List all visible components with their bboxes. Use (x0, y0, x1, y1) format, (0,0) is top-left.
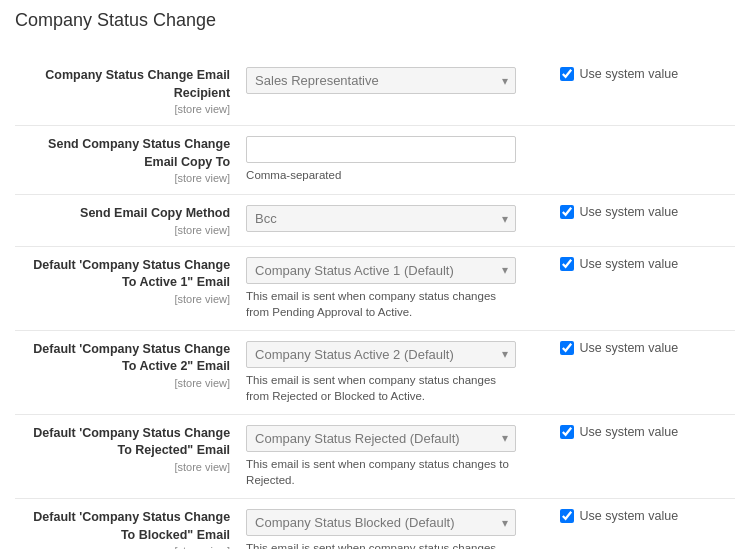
field-scope-rejected-email: [store view] (23, 461, 230, 473)
table-row: Default 'Company Status Change To Blocke… (15, 499, 735, 549)
helper-text-rejected-email: This email is sent when company status c… (246, 456, 516, 488)
field-scope-active-2-email: [store view] (23, 377, 230, 389)
select-wrapper-copy-method: BccSeparate Email (246, 205, 516, 232)
select-rejected-email[interactable]: Company Status Rejected (Default) (246, 425, 516, 452)
field-label-active-2-email: Default 'Company Status Change To Active… (23, 341, 230, 376)
select-active-2-email[interactable]: Company Status Active 2 (Default) (246, 341, 516, 368)
table-row: Send Email Copy Method [store view] BccS… (15, 195, 735, 247)
select-wrapper-active-1-email: Company Status Active 1 (Default) (246, 257, 516, 284)
system-value-checkbox-active-1-email[interactable] (560, 257, 574, 271)
system-value-label-rejected-email: Use system value (560, 425, 727, 439)
field-label-copy-method: Send Email Copy Method (23, 205, 230, 223)
system-value-checkbox-blocked-email[interactable] (560, 509, 574, 523)
system-value-label-active-2-email: Use system value (560, 341, 727, 355)
select-wrapper-rejected-email: Company Status Rejected (Default) (246, 425, 516, 452)
select-wrapper-email-recipient: Sales RepresentativeCustomer (246, 67, 516, 94)
field-label-rejected-email: Default 'Company Status Change To Reject… (23, 425, 230, 460)
helper-text-email-copy-to: Comma-separated (246, 167, 516, 183)
select-wrapper-blocked-email: Company Status Blocked (Default) (246, 509, 516, 536)
system-value-text-active-1-email: Use system value (579, 257, 678, 271)
table-row: Company Status Change Email Recipient [s… (15, 57, 735, 126)
select-email-recipient[interactable]: Sales RepresentativeCustomer (246, 67, 516, 94)
input-email-copy-to[interactable] (246, 136, 516, 163)
system-value-checkbox-email-recipient[interactable] (560, 67, 574, 81)
system-value-label-blocked-email: Use system value (560, 509, 727, 523)
system-value-text-active-2-email: Use system value (579, 341, 678, 355)
field-label-blocked-email: Default 'Company Status Change To Blocke… (23, 509, 230, 544)
field-scope-blocked-email: [store view] (23, 545, 230, 549)
field-scope-copy-method: [store view] (23, 224, 230, 236)
system-value-checkbox-active-2-email[interactable] (560, 341, 574, 355)
table-row: Default 'Company Status Change To Active… (15, 246, 735, 330)
system-value-checkbox-rejected-email[interactable] (560, 425, 574, 439)
helper-text-active-1-email: This email is sent when company status c… (246, 288, 516, 320)
table-row: Send Company Status Change Email Copy To… (15, 126, 735, 195)
section-title: Company Status Change (15, 10, 735, 39)
field-scope-email-recipient: [store view] (23, 103, 230, 115)
select-blocked-email[interactable]: Company Status Blocked (Default) (246, 509, 516, 536)
helper-text-active-2-email: This email is sent when company status c… (246, 372, 516, 404)
system-value-text-blocked-email: Use system value (579, 509, 678, 523)
system-value-text-rejected-email: Use system value (579, 425, 678, 439)
system-value-label-email-recipient: Use system value (560, 67, 727, 81)
helper-text-blocked-email: This email is sent when company status c… (246, 540, 516, 549)
select-active-1-email[interactable]: Company Status Active 1 (Default) (246, 257, 516, 284)
system-value-checkbox-copy-method[interactable] (560, 205, 574, 219)
system-value-label-active-1-email: Use system value (560, 257, 727, 271)
field-label-email-copy-to: Send Company Status Change Email Copy To (23, 136, 230, 171)
settings-table: Company Status Change Email Recipient [s… (15, 57, 735, 549)
system-value-text-email-recipient: Use system value (579, 67, 678, 81)
field-label-email-recipient: Company Status Change Email Recipient (23, 67, 230, 102)
field-label-active-1-email: Default 'Company Status Change To Active… (23, 257, 230, 292)
field-scope-email-copy-to: [store view] (23, 172, 230, 184)
select-wrapper-active-2-email: Company Status Active 2 (Default) (246, 341, 516, 368)
table-row: Default 'Company Status Change To Reject… (15, 414, 735, 498)
system-value-text-copy-method: Use system value (579, 205, 678, 219)
field-scope-active-1-email: [store view] (23, 293, 230, 305)
system-value-label-copy-method: Use system value (560, 205, 727, 219)
table-row: Default 'Company Status Change To Active… (15, 330, 735, 414)
select-copy-method[interactable]: BccSeparate Email (246, 205, 516, 232)
